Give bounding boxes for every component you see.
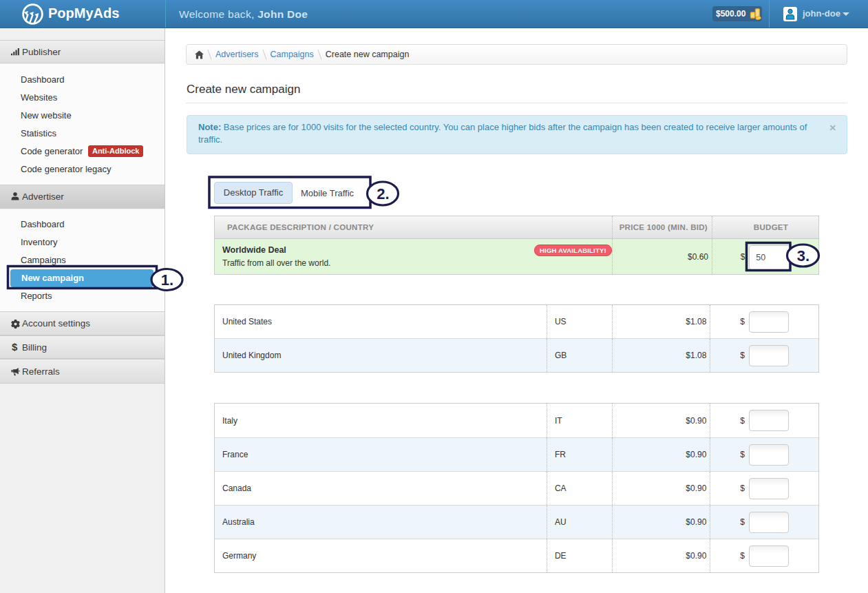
svg-text:2.: 2. [377,185,389,202]
